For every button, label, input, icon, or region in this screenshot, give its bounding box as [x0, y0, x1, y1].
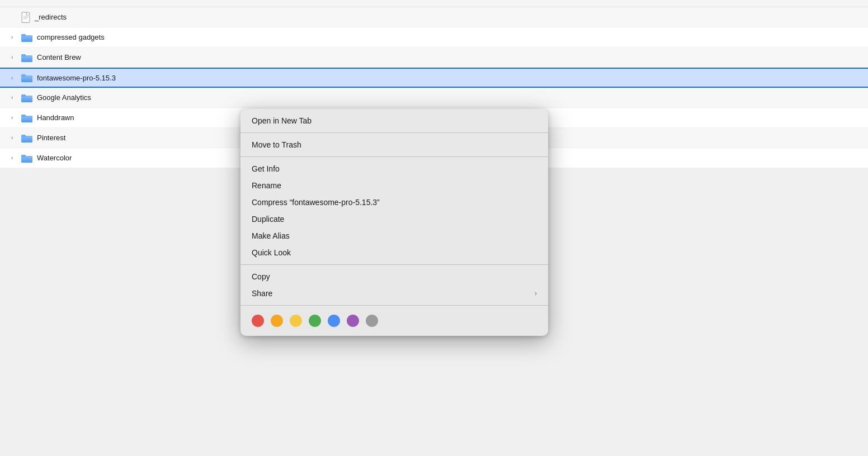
file-icon — [21, 12, 30, 23]
file-item-redirects[interactable]: › _redirects — [0, 7, 868, 27]
ctx-item-label: Open in New Tab — [252, 116, 312, 125]
chevron-icon: › — [11, 155, 18, 161]
color-dot-red[interactable] — [252, 315, 264, 327]
ctx-item-rename[interactable]: Rename — [240, 177, 548, 194]
file-name: Handdrawn — [37, 113, 74, 122]
ctx-item-open-new-tab[interactable]: Open in New Tab — [240, 112, 548, 129]
file-item-compressed-gadgets[interactable]: › compressed gadgets — [0, 27, 868, 48]
ctx-section-0: Open in New Tab — [240, 109, 548, 132]
file-item-fontawesome[interactable]: › fontawesome-pro-5.15.3 — [0, 68, 868, 88]
ctx-item-label: Duplicate — [252, 215, 284, 224]
ctx-item-label: Move to Trash — [252, 140, 301, 149]
ctx-item-label: Get Info — [252, 164, 280, 173]
ctx-item-label: Copy — [252, 272, 270, 281]
name-column-header — [0, 0, 868, 7]
file-name: _redirects — [35, 13, 67, 21]
file-name: Google Analytics — [37, 93, 91, 102]
ctx-item-label: Rename — [252, 181, 281, 190]
ctx-item-label: Quick Look — [252, 248, 291, 257]
folder-icon — [21, 154, 32, 163]
ctx-section-1: Move to Trash — [240, 132, 548, 156]
folder-icon — [21, 93, 32, 102]
svg-rect-12 — [21, 74, 26, 77]
color-dot-purple[interactable] — [347, 315, 359, 327]
svg-rect-21 — [21, 135, 26, 137]
submenu-arrow-icon: › — [535, 289, 537, 297]
file-item-content-brew[interactable]: › Content Brew — [0, 48, 868, 68]
ctx-item-get-info[interactable]: Get Info — [240, 160, 548, 177]
file-name: fontawesome-pro-5.15.3 — [37, 74, 116, 82]
ctx-item-duplicate[interactable]: Duplicate — [240, 211, 548, 227]
svg-rect-9 — [21, 54, 26, 56]
svg-rect-15 — [21, 94, 26, 97]
color-dot-gray[interactable] — [366, 315, 378, 327]
folder-icon — [21, 73, 32, 82]
color-dot-green[interactable] — [309, 315, 321, 327]
ctx-item-move-to-trash[interactable]: Move to Trash — [240, 136, 548, 153]
ctx-item-label: Compress “fontawesome-pro-5.15.3” — [252, 198, 380, 207]
svg-rect-6 — [21, 34, 26, 36]
context-menu: Open in New TabMove to TrashGet InfoRena… — [240, 109, 548, 336]
ctx-section-4 — [240, 305, 548, 336]
ctx-section-3: CopyShare› — [240, 264, 548, 305]
ctx-color-dots — [240, 309, 548, 332]
file-item-google-analytics[interactable]: › Google Analytics — [0, 88, 868, 108]
svg-rect-18 — [21, 115, 26, 117]
file-name: compressed gadgets — [37, 33, 105, 41]
file-name: Watercolor — [37, 154, 72, 162]
svg-rect-24 — [21, 155, 26, 157]
chevron-icon: › — [11, 115, 18, 121]
chevron-icon: › — [11, 54, 18, 60]
ctx-item-quick-look[interactable]: Quick Look — [240, 244, 548, 261]
file-name: Pinterest — [37, 134, 65, 142]
ctx-item-make-alias[interactable]: Make Alias — [240, 227, 548, 244]
chevron-icon: › — [11, 34, 18, 40]
color-dot-orange[interactable] — [271, 315, 283, 327]
ctx-item-label: Share — [252, 289, 272, 298]
chevron-icon: › — [11, 94, 18, 101]
color-dot-blue[interactable] — [328, 315, 340, 327]
folder-icon — [21, 53, 32, 62]
folder-icon — [21, 113, 32, 122]
ctx-section-2: Get InfoRenameCompress “fontawesome-pro-… — [240, 156, 548, 264]
color-dot-yellow[interactable] — [290, 315, 302, 327]
chevron-icon: › — [11, 75, 18, 81]
folder-icon — [21, 134, 32, 142]
file-name: Content Brew — [37, 53, 81, 61]
folder-icon — [21, 33, 32, 42]
ctx-item-share[interactable]: Share› — [240, 285, 548, 302]
chevron-icon: › — [11, 135, 18, 141]
ctx-item-compress[interactable]: Compress “fontawesome-pro-5.15.3” — [240, 194, 548, 211]
ctx-item-copy[interactable]: Copy — [240, 268, 548, 285]
ctx-item-label: Make Alias — [252, 231, 290, 240]
